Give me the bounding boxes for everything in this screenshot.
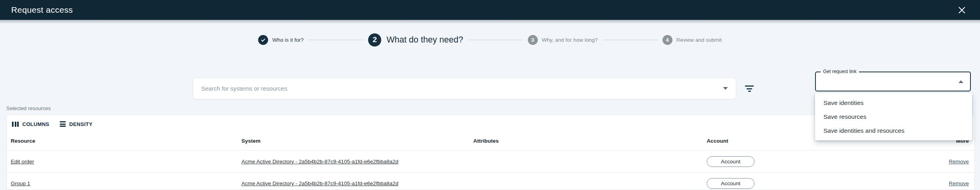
dropdown-caret-icon[interactable] [723, 87, 728, 90]
close-button[interactable] [956, 4, 967, 16]
columns-icon [12, 122, 19, 127]
step-number-circle: 4 [662, 35, 672, 45]
account-chip[interactable]: Account [707, 178, 755, 189]
dialog-title: Request access [11, 5, 73, 15]
stepper: Who is it for? 2 What do they need? 3 Wh… [0, 31, 980, 48]
stepper-connector [603, 40, 658, 40]
menu-item-save-resources[interactable]: Save resources [815, 110, 972, 124]
step-number-circle: 3 [528, 35, 538, 45]
search-combobox[interactable] [193, 78, 736, 99]
selected-resources-label: Selected resources [6, 105, 51, 111]
resource-link[interactable]: Group 1 [11, 180, 30, 186]
step-completed-circle [258, 35, 268, 45]
step-why-and-how-long[interactable]: 3 Why, and for how long? [528, 35, 598, 45]
get-request-link-menu: Save identities Save resources Save iden… [815, 93, 972, 140]
column-header-resource: Resource [11, 132, 35, 150]
step-who-is-it-for[interactable]: Who is it for? [258, 35, 304, 45]
menu-item-save-identities[interactable]: Save identities [815, 96, 972, 110]
density-icon [60, 121, 66, 127]
close-icon [958, 7, 965, 14]
system-link[interactable]: Acme Active Directory - 2a5b4b2b-87c9-41… [241, 159, 398, 165]
system-link[interactable]: Acme Active Directory - 2a5b4b2b-87c9-41… [241, 180, 398, 186]
filter-button[interactable] [742, 82, 757, 95]
check-icon [261, 37, 266, 43]
remove-link[interactable]: Remove [949, 159, 969, 165]
table-row: Edit order Acme Active Directory - 2a5b4… [7, 151, 974, 173]
density-button[interactable]: DENSITY [60, 121, 92, 127]
step-label: Why, and for how long? [542, 37, 598, 43]
step-label: Review and submit [676, 37, 722, 43]
get-request-link-select[interactable]: Get request link [815, 72, 971, 91]
remove-link[interactable]: Remove [949, 180, 969, 186]
column-header-attributes: Attributes [473, 132, 499, 150]
account-chip[interactable]: Account [707, 156, 755, 167]
step-what-do-they-need[interactable]: 2 What do they need? [368, 33, 463, 47]
step-label: Who is it for? [272, 37, 304, 43]
appbar-shadow [0, 20, 980, 24]
collapse-caret-icon[interactable] [958, 80, 963, 83]
step-label: What do they need? [386, 35, 463, 45]
select-floating-label: Get request link [821, 69, 859, 75]
step-review-and-submit[interactable]: 4 Review and submit [662, 35, 722, 45]
stepper-connector [468, 40, 523, 40]
columns-button-label: COLUMNS [22, 121, 49, 127]
columns-button[interactable]: COLUMNS [12, 121, 49, 127]
step-number-circle: 2 [368, 33, 381, 47]
search-input[interactable] [201, 85, 723, 92]
column-header-account: Account [707, 132, 728, 150]
column-header-system: System [241, 132, 261, 150]
table-row: Group 1 Acme Active Directory - 2a5b4b2b… [7, 173, 974, 190]
table-toolbar: COLUMNS DENSITY [12, 118, 92, 130]
appbar: Request access [0, 0, 980, 20]
resource-link[interactable]: Edit order [11, 159, 34, 165]
menu-item-save-identities-and-resources[interactable]: Save identities and resources [815, 124, 972, 138]
stepper-connector [308, 40, 363, 40]
density-button-label: DENSITY [69, 121, 92, 127]
filter-icon [745, 85, 754, 92]
